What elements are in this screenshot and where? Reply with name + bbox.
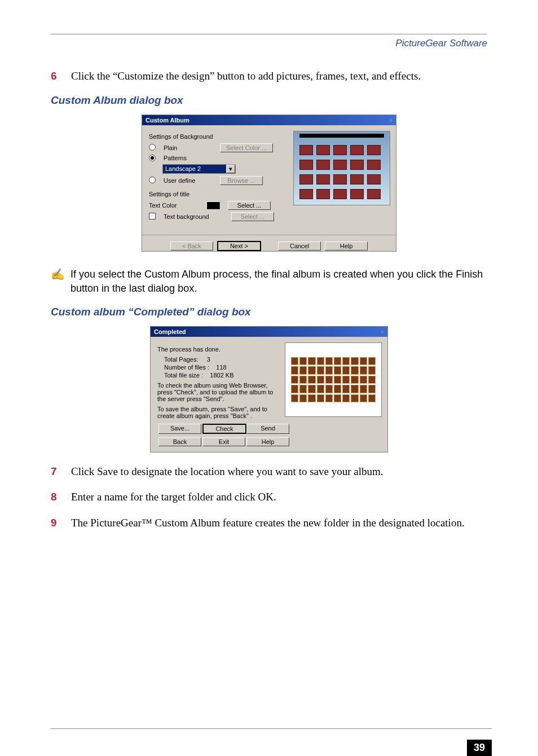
radio-user-define-label: User define	[164, 177, 214, 184]
completed-para-2: To save the album, press "Save", and to …	[157, 406, 281, 419]
completed-para-1: To check the album using Web Browser, pr…	[157, 382, 281, 402]
completed-done-text: The process has done.	[157, 346, 281, 353]
back-button-2[interactable]: Back	[158, 437, 201, 446]
heading-completed-dialog: Custom album “Completed” dialog box	[51, 306, 487, 318]
total-size-value: 1802 KB	[210, 372, 233, 379]
custom-album-dialog: Custom Album × Settings of Background Pl…	[142, 115, 396, 252]
chevron-down-icon[interactable]: ▾	[226, 165, 235, 173]
dialog-title-2: Completed	[154, 328, 186, 335]
cancel-button[interactable]: Cancel	[278, 241, 321, 250]
browse-button[interactable]: Browse ...	[220, 176, 263, 185]
patterns-combo-value: Landscape 2	[165, 165, 201, 172]
check-button[interactable]: Check	[202, 424, 246, 434]
num-files-value: 118	[216, 364, 226, 371]
total-pages-value: 3	[207, 356, 210, 363]
text-background-select-button[interactable]: Select ...	[231, 212, 274, 221]
select-color-button[interactable]: Select Color ...	[220, 143, 273, 152]
send-button[interactable]: Send	[246, 424, 289, 434]
step-text-9: The PictureGear™ Custom Album feature cr…	[71, 515, 487, 531]
total-size-label: Total file size :	[164, 372, 203, 379]
step-number-7: 7	[51, 464, 59, 480]
step-number-6: 6	[51, 68, 59, 84]
text-color-select-button[interactable]: Select ...	[228, 201, 271, 210]
step-text-6: Click the “Customize the design” button …	[71, 68, 487, 84]
help-button[interactable]: Help	[325, 241, 368, 250]
radio-plain[interactable]	[149, 144, 159, 151]
radio-user-define[interactable]	[149, 177, 159, 184]
total-pages-label: Total Pages:	[164, 356, 199, 363]
exit-button[interactable]: Exit	[202, 437, 245, 446]
note-icon: ✍	[51, 266, 65, 295]
rule-bottom	[51, 728, 492, 729]
text-background-label: Text background	[164, 213, 226, 220]
text-color-swatch	[206, 201, 220, 209]
step-number-8: 8	[51, 489, 59, 505]
note-text: If you select the Custom Album process, …	[70, 267, 487, 296]
running-head: PictureGear Software	[51, 38, 487, 49]
completed-dialog: Completed × The process has done. Total …	[150, 326, 388, 452]
text-color-label: Text Color	[149, 202, 200, 209]
num-files-label: Number of files :	[164, 364, 209, 371]
save-button[interactable]: Save...	[158, 424, 201, 434]
back-button[interactable]: < Back	[170, 241, 213, 250]
close-icon[interactable]: ×	[389, 117, 393, 124]
next-button[interactable]: Next >	[217, 241, 261, 251]
text-background-checkbox[interactable]	[149, 213, 159, 220]
group-background-label: Settings of Background	[149, 133, 279, 140]
rule-top	[51, 34, 487, 34]
page-number: 39	[467, 740, 492, 756]
step-text-7: Click Save to designate the location whe…	[71, 464, 487, 480]
album-preview	[285, 342, 382, 417]
heading-custom-album-dialog: Custom Album dialog box	[51, 94, 487, 107]
close-icon[interactable]: ×	[381, 328, 384, 335]
help-button-2[interactable]: Help	[246, 437, 289, 446]
dialog-title: Custom Album	[145, 117, 189, 124]
group-title-label: Settings of title	[149, 191, 279, 197]
patterns-combo[interactable]: Landscape 2 ▾	[162, 164, 236, 174]
radio-patterns[interactable]	[149, 155, 159, 162]
radio-patterns-label: Patterns	[164, 155, 214, 161]
pattern-preview	[293, 131, 390, 205]
step-number-9: 9	[51, 515, 59, 531]
radio-plain-label: Plain	[164, 144, 214, 151]
step-text-8: Enter a name for the target folder and c…	[71, 489, 487, 505]
